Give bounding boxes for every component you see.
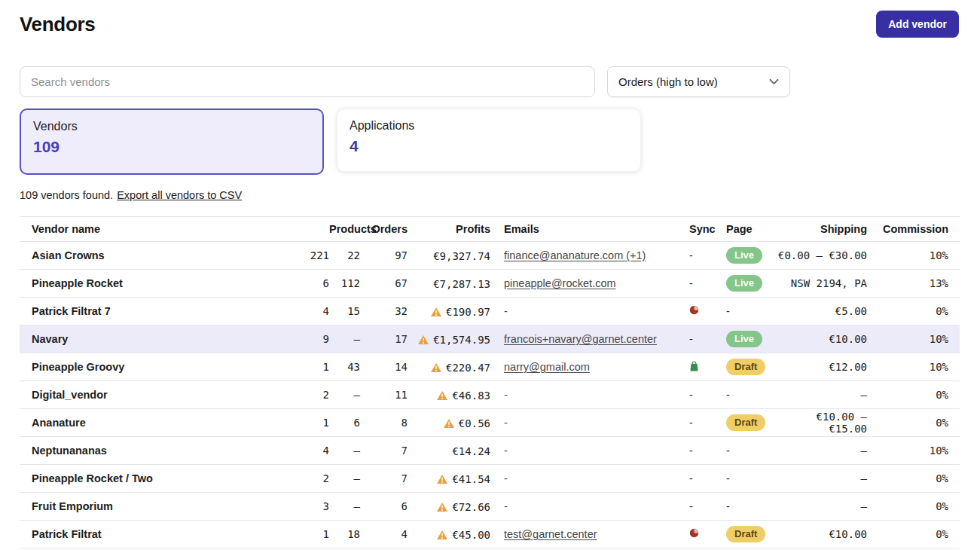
export-csv-link[interactable]: Export all vendors to CSV [117, 189, 242, 201]
products-sub-count: 15 [329, 298, 360, 325]
vendors-found-text: 109 vendors found. [20, 189, 113, 201]
table-row[interactable]: Ananature168€0.56--Draft€10.00 – €15.000… [20, 409, 960, 437]
warning-triangle-icon [437, 391, 447, 400]
products-sub-count: – [329, 437, 360, 465]
shipping-value: NSW 2194, PA [775, 270, 867, 298]
warning-triangle-icon [418, 335, 429, 344]
tab-vendors-label: Vendors [33, 120, 310, 133]
tab-applications-count: 4 [350, 137, 628, 155]
commission-value: 0% [867, 409, 960, 437]
results-summary: 109 vendors found. Export all vendors to… [0, 189, 980, 201]
sync-status: - [689, 325, 726, 353]
table-row[interactable]: Neptunananas4–7€14.24---–10% [20, 437, 960, 465]
vendor-email: - [490, 409, 689, 437]
profits-value: €220.47 [408, 353, 490, 381]
email-empty: - [504, 472, 508, 484]
commission-value: 10% [867, 325, 960, 353]
page-status: - [726, 298, 775, 325]
sync-status [689, 298, 726, 325]
vendor-table: Vendor name Products Orders Profits Emai… [20, 216, 960, 548]
filters-row: Orders (high to low) [0, 66, 980, 97]
vendor-name[interactable]: Ananature [20, 409, 276, 437]
page-status: - [726, 493, 775, 521]
tab-vendors[interactable]: Vendors 109 [20, 108, 324, 175]
profits-value: €7,287.13 [408, 270, 490, 298]
page-status: - [726, 437, 775, 465]
topbar: Vendors Add vendor [0, 0, 980, 48]
shipping-value: – [775, 381, 867, 409]
profits-value: €0.56 [408, 409, 490, 437]
table-row[interactable]: Digital_vendor2–11€46.83---–0% [20, 381, 960, 409]
sort-dropdown[interactable]: Orders (high to low) [607, 66, 790, 97]
vendor-name[interactable]: Pineapple Rocket / Two [20, 465, 276, 493]
vendor-email: francois+navary@garnet.center [490, 325, 689, 353]
products-sub-count: 6 [329, 409, 360, 437]
page-status: Live [726, 270, 775, 298]
vendor-email: - [490, 437, 689, 465]
sync-status: - [689, 465, 726, 493]
products-count: 4 [276, 437, 329, 465]
products-count: 221 [276, 242, 329, 270]
tab-vendors-count: 109 [33, 138, 310, 156]
profits-value: €9,327.74 [408, 242, 490, 270]
vendor-name[interactable]: Fruit Emporium [20, 493, 276, 521]
shipping-value: €10.00 [775, 325, 867, 353]
table-row[interactable]: Patrick Filtrat1184€45.00test@garnet.cen… [20, 521, 960, 548]
email-link[interactable]: test@garnet.center [504, 528, 597, 540]
profits-value: €1,574.95 [408, 325, 490, 353]
table-row[interactable]: Pineapple Rocket611267€7,287.13pineapple… [20, 270, 960, 298]
products-sub-count: 112 [329, 270, 360, 298]
products-count: 1 [276, 353, 329, 381]
table-row[interactable]: Pineapple Rocket / Two2–7€41.54---–0% [20, 465, 960, 493]
table-row[interactable]: Pineapple Groovy14314€220.47narry@gmail.… [20, 353, 960, 381]
orders-count: 14 [360, 353, 408, 381]
page-status: Live [726, 325, 775, 353]
vendor-email: - [490, 493, 689, 521]
vendor-email: test@garnet.center [490, 521, 689, 548]
email-link[interactable]: finance@ananature.com (+1) [504, 249, 646, 261]
warning-triangle-icon [444, 419, 454, 428]
page-status: - [726, 381, 775, 409]
search-input[interactable] [20, 66, 595, 97]
col-sync: Sync [689, 217, 726, 242]
vendor-name[interactable]: Neptunananas [20, 437, 276, 465]
sync-status: - [689, 409, 726, 437]
add-vendor-button[interactable]: Add vendor [876, 11, 959, 38]
products-sub-count: – [329, 465, 360, 493]
shipping-value: €0.00 – €30.00 [775, 242, 867, 270]
vendor-name[interactable]: Digital_vendor [20, 381, 276, 409]
vendor-name[interactable]: Navary [20, 325, 276, 353]
page-title: Vendors [20, 13, 96, 36]
table-row[interactable]: Asian Crowns2212297€9,327.74finance@anan… [20, 242, 960, 270]
shipping-value: €10.00 – €15.00 [775, 409, 867, 437]
shipping-value: – [775, 437, 867, 465]
table-header-row: Vendor name Products Orders Profits Emai… [20, 217, 960, 242]
table-row[interactable]: Navary9–17€1,574.95francois+navary@garne… [20, 325, 960, 353]
email-link[interactable]: narry@gmail.com [504, 361, 590, 373]
profits-value: €46.83 [408, 381, 490, 409]
tab-applications[interactable]: Applications 4 [337, 108, 641, 172]
table-row[interactable]: Patrick Filtrat 741532€190.97--€5.000% [20, 298, 960, 325]
vendor-name[interactable]: Asian Crowns [20, 242, 276, 270]
orders-count: 7 [360, 465, 408, 493]
vendor-table-body: Asian Crowns2212297€9,327.74finance@anan… [20, 242, 960, 548]
products-count: 3 [276, 493, 329, 521]
orders-count: 67 [360, 270, 408, 298]
vendor-name[interactable]: Pineapple Groovy [20, 353, 276, 381]
sync-status: - [689, 437, 726, 465]
products-sub-count: 18 [329, 521, 360, 548]
table-row[interactable]: Fruit Emporium3–6€72.66---–0% [20, 493, 960, 521]
email-link[interactable]: francois+navary@garnet.center [504, 333, 657, 345]
vendor-name[interactable]: Patrick Filtrat [20, 521, 276, 548]
email-link[interactable]: pineapple@rocket.com [504, 277, 616, 289]
warning-triangle-icon [437, 503, 447, 512]
vendor-name[interactable]: Pineapple Rocket [20, 270, 276, 298]
vendor-name[interactable]: Patrick Filtrat 7 [20, 298, 276, 325]
tab-cards: Vendors 109 Applications 4 [0, 108, 980, 175]
commission-value: 0% [867, 521, 960, 548]
col-spacer [276, 217, 329, 242]
products-count: 2 [276, 465, 329, 493]
commission-value: 10% [867, 437, 960, 465]
sync-status: - [689, 270, 726, 298]
vendor-email: - [490, 381, 689, 409]
